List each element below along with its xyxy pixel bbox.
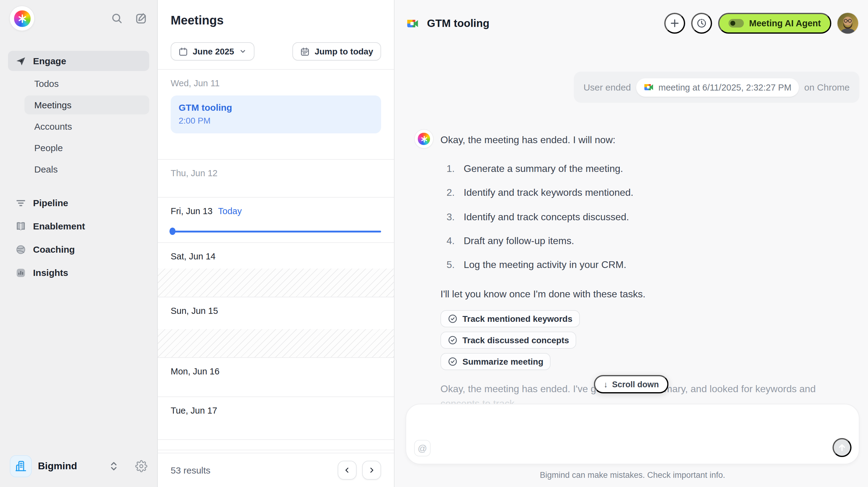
- jump-to-today-label: Jump to today: [315, 47, 373, 56]
- sidebar-item-coaching[interactable]: Coaching: [8, 239, 149, 260]
- check-circle-icon: [448, 336, 458, 345]
- day-row-thu-jun-12: Thu, Jun 12: [158, 160, 394, 197]
- workspace-name[interactable]: Bigmind: [38, 461, 102, 472]
- agent-avatar: [415, 130, 433, 148]
- day-label: Sat, Jun 14: [158, 243, 394, 261]
- event-prefix: User ended: [584, 82, 631, 92]
- app-logo[interactable]: [10, 6, 34, 31]
- meeting-time: 2:00 PM: [179, 116, 373, 125]
- meeting-title: GTM tooling: [179, 102, 373, 113]
- day-row-partial: [158, 440, 394, 450]
- paper-plane-icon: [15, 55, 26, 66]
- meeting-link-label: meeting at 6/11/2025, 2:32:27 PM: [658, 82, 792, 92]
- weekend-hatch-pattern: [158, 269, 394, 297]
- send-button[interactable]: [833, 438, 851, 457]
- compose-icon[interactable]: [135, 12, 148, 25]
- sidebar-item-label: Insights: [33, 267, 68, 278]
- meeting-card-gtm-tooling[interactable]: GTM tooling 2:00 PM: [170, 95, 381, 133]
- disclaimer-text: Bigmind can make mistakes. Check importa…: [406, 470, 860, 480]
- sidebar-item-label: Todos: [34, 78, 59, 89]
- results-count: 53 results: [170, 465, 210, 476]
- app: Engage Todos Meetings Accounts People De…: [0, 0, 868, 487]
- meetings-header: Meetings June 2025: [158, 0, 394, 70]
- workspace-switcher: Bigmind: [0, 453, 157, 487]
- sidebar-item-meetings[interactable]: Meetings: [25, 95, 149, 114]
- scroll-down-button[interactable]: ↓ Scroll down: [594, 375, 669, 393]
- prev-page-button[interactable]: [338, 461, 356, 480]
- sidebar-nav: Engage Todos Meetings Accounts People De…: [0, 37, 157, 286]
- sidebar-item-engage[interactable]: Engage: [8, 51, 149, 71]
- mention-button[interactable]: @: [414, 440, 431, 456]
- user-avatar[interactable]: [837, 13, 858, 34]
- current-time-indicator: [170, 231, 381, 232]
- plus-icon: [670, 18, 679, 28]
- chat-header: GTM tooling Meeting AI Agent: [395, 0, 868, 47]
- sidebar-item-people[interactable]: People: [25, 138, 149, 157]
- chat-title: GTM tooling: [427, 17, 489, 30]
- day-label: Mon, Jun 16: [158, 358, 394, 376]
- day-row-tue-jun-17: Tue, Jun 17: [158, 397, 394, 440]
- task-chip-track-concepts[interactable]: Track discussed concepts: [440, 332, 577, 349]
- chat-composer: @: [406, 404, 860, 464]
- day-row-sun-jun-15: Sun, Jun 15: [158, 297, 394, 358]
- sidebar-item-pipeline[interactable]: Pipeline: [8, 193, 149, 213]
- meetings-footer: 53 results: [158, 453, 394, 487]
- message-steps: 1.Generate a summary of the meeting. 2.I…: [446, 161, 816, 272]
- sidebar-item-label: Meetings: [34, 100, 71, 110]
- task-chips: Track mentioned keywords Track discussed…: [440, 310, 816, 370]
- next-page-button[interactable]: [362, 461, 381, 480]
- book-icon: [15, 220, 26, 232]
- sidebar: Engage Todos Meetings Accounts People De…: [0, 0, 158, 487]
- app-logo-star: [17, 13, 27, 24]
- history-button[interactable]: [691, 13, 712, 34]
- meeting-ai-agent-label: Meeting AI Agent: [749, 18, 821, 28]
- day-row-sat-jun-14: Sat, Jun 14: [158, 243, 394, 297]
- sidebar-item-enablement[interactable]: Enablement: [8, 216, 149, 236]
- chat-input[interactable]: [406, 404, 859, 464]
- history-clock-icon: [696, 18, 707, 29]
- day-row-fri-jun-13: Fri, Jun 13 Today: [158, 197, 394, 243]
- sidebar-item-label: Engage: [33, 56, 66, 66]
- day-label: Tue, Jun 17: [158, 397, 394, 416]
- step-item: 5.Log the meeting activity in your CRM.: [446, 257, 816, 272]
- day-label: Thu, Jun 12: [158, 160, 394, 178]
- chat-panel: GTM tooling Meeting AI Agent: [395, 0, 868, 487]
- month-selector-label: June 2025: [193, 47, 234, 56]
- day-row-wed-jun-11: Wed, Jun 11 GTM tooling 2:00 PM: [158, 70, 394, 160]
- workspace-icon[interactable]: [10, 455, 32, 477]
- meeting-link-pill[interactable]: meeting at 6/11/2025, 2:32:27 PM: [637, 78, 799, 96]
- step-item: 1.Generate a summary of the meeting.: [446, 161, 816, 176]
- google-meet-icon: [644, 82, 654, 92]
- event-suffix: on Chrome: [804, 82, 850, 92]
- sidebar-item-label: Coaching: [33, 244, 75, 254]
- day-row-mon-jun-16: Mon, Jun 16: [158, 358, 394, 397]
- sidebar-item-label: Pipeline: [33, 197, 68, 208]
- day-label: Wed, Jun 11: [158, 70, 394, 88]
- sidebar-item-todos[interactable]: Todos: [25, 74, 149, 93]
- arrow-up-icon: [837, 443, 846, 452]
- day-label: Sun, Jun 15: [158, 297, 394, 316]
- new-chat-button[interactable]: [664, 13, 685, 34]
- sidebar-item-accounts[interactable]: Accounts: [25, 117, 149, 136]
- settings-gear-icon[interactable]: [135, 460, 148, 472]
- task-chip-summarize[interactable]: Summarize meeting: [440, 353, 551, 370]
- sidebar-item-deals[interactable]: Deals: [25, 160, 149, 179]
- sidebar-item-label: Deals: [34, 164, 58, 174]
- ball-icon: [15, 244, 26, 255]
- scroll-down-label: Scroll down: [612, 379, 659, 389]
- month-selector-button[interactable]: June 2025: [170, 42, 254, 61]
- meetings-panel: Meetings June 2025: [158, 0, 395, 487]
- sidebar-item-label: People: [34, 143, 63, 153]
- workspace-selector-icon[interactable]: [108, 461, 119, 472]
- search-icon[interactable]: [111, 12, 123, 25]
- today-badge: Today: [218, 206, 242, 216]
- sidebar-item-label: Enablement: [33, 221, 85, 231]
- chevron-down-icon: [239, 48, 246, 55]
- jump-to-today-button[interactable]: Jump to today: [293, 42, 381, 61]
- agent-message: Okay, the meeting has ended. I will now:…: [415, 130, 850, 405]
- sidebar-item-insights[interactable]: Insights: [8, 263, 149, 283]
- meeting-ai-agent-toggle[interactable]: Meeting AI Agent: [718, 13, 831, 34]
- task-chip-track-keywords[interactable]: Track mentioned keywords: [440, 310, 580, 328]
- step-item: 2.Identify and track keywords mentioned.: [446, 186, 816, 200]
- toggle-on-icon: [728, 19, 744, 28]
